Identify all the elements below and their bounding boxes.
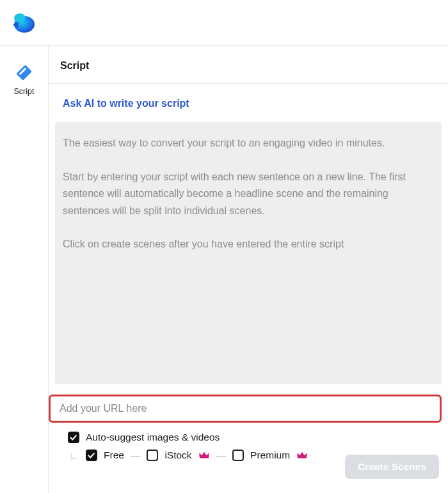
create-scenes-button[interactable]: Create Scenes [345, 455, 439, 479]
istock-checkbox[interactable] [147, 450, 158, 461]
page-title: Script [60, 60, 89, 71]
crown-icon [198, 451, 210, 460]
section-header: Script [49, 46, 448, 84]
free-label: Free [104, 450, 124, 461]
svg-point-1 [14, 13, 26, 22]
istock-label: iStock [164, 450, 191, 461]
script-textarea[interactable]: The easiest way to convert your script t… [55, 122, 442, 384]
separator: — [131, 450, 141, 461]
top-bar [0, 0, 448, 46]
ask-ai-row: Ask AI to write your script [49, 84, 448, 122]
free-checkbox[interactable] [86, 450, 97, 461]
script-icon[interactable] [14, 63, 35, 83]
premium-checkbox[interactable] [232, 450, 244, 461]
sidebar: Script [0, 46, 49, 493]
svg-rect-2 [16, 65, 32, 81]
auto-suggest-checkbox[interactable] [68, 432, 79, 443]
separator: — [216, 450, 227, 461]
app-logo [10, 10, 36, 36]
ask-ai-link[interactable]: Ask AI to write your script [63, 98, 189, 109]
sidebar-item-label: Script [14, 87, 35, 96]
premium-label: Premium [250, 450, 290, 461]
auto-suggest-label: Auto-suggest images & videos [86, 432, 220, 443]
url-row [49, 395, 442, 423]
crown-icon [296, 451, 308, 460]
main-panel: Script Ask AI to write your script The e… [49, 46, 448, 493]
tree-branch-icon: ∟ [68, 450, 79, 461]
url-input[interactable] [49, 395, 442, 423]
